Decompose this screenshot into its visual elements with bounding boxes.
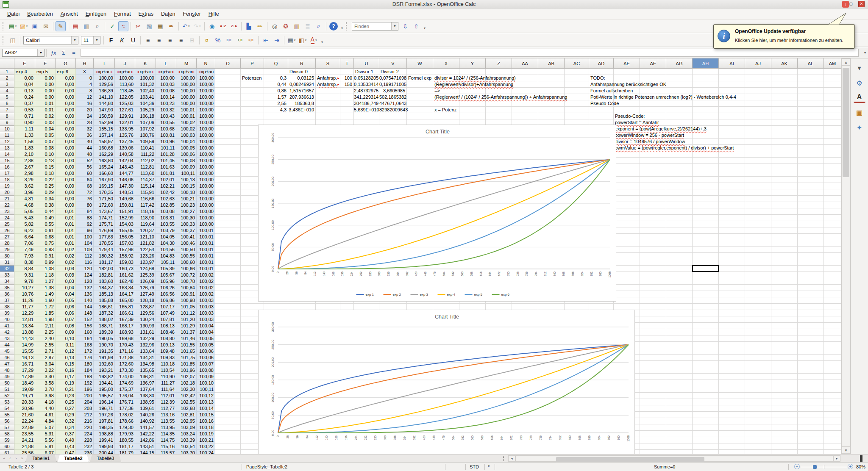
cell[interactable]: [486, 69, 512, 75]
cell[interactable]: 195,57: [94, 393, 115, 399]
cell[interactable]: [640, 189, 666, 196]
cell[interactable]: 24,21: [14, 437, 35, 443]
cell[interactable]: 23,55: [14, 431, 35, 437]
cell[interactable]: 116,66: [135, 196, 156, 202]
cell[interactable]: [771, 355, 798, 361]
cell[interactable]: 103,31: [156, 215, 176, 221]
cell[interactable]: 100,03: [156, 81, 176, 88]
cell[interactable]: [824, 367, 841, 374]
col-header-W[interactable]: W: [407, 58, 433, 69]
cell[interactable]: [340, 94, 354, 100]
cell[interactable]: [215, 361, 241, 367]
cell[interactable]: 25,56: [14, 450, 35, 454]
col-header-AG[interactable]: AG: [666, 58, 693, 69]
cell[interactable]: 40: [76, 139, 94, 145]
cell[interactable]: 100: [76, 234, 94, 240]
col-header-AB[interactable]: AB: [538, 58, 565, 69]
cell[interactable]: 0,00: [14, 75, 35, 81]
sort-ascending-button[interactable]: A↓Z: [218, 21, 228, 31]
cell[interactable]: [614, 202, 640, 208]
align-center-button[interactable]: ≡: [154, 35, 164, 45]
cell[interactable]: 173,67: [94, 208, 115, 215]
row-header[interactable]: 3: [0, 81, 14, 88]
cell[interactable]: [798, 437, 824, 443]
cell[interactable]: [614, 69, 640, 75]
cell[interactable]: 160,68: [94, 145, 115, 151]
currency-format-button[interactable]: ¤: [202, 35, 212, 45]
cell[interactable]: 100,03: [197, 316, 215, 323]
cell[interactable]: [614, 215, 640, 221]
cell[interactable]: 100,01: [197, 234, 215, 240]
cell[interactable]: [666, 208, 693, 215]
cell[interactable]: 1,85: [35, 310, 56, 316]
cell[interactable]: [745, 316, 771, 323]
italic-button[interactable]: K: [117, 35, 127, 45]
cell[interactable]: 118,90: [135, 215, 156, 221]
cell[interactable]: 194,41: [94, 380, 115, 386]
chart-2[interactable]: Chart Title0,0050,00100,00150,00200,0025…: [258, 310, 635, 454]
cell[interactable]: 128,18: [135, 297, 156, 304]
cell[interactable]: 100,04: [197, 323, 215, 329]
cell[interactable]: [771, 399, 798, 405]
cell[interactable]: 100,13: [197, 399, 215, 405]
cell[interactable]: 102,18: [176, 380, 197, 386]
cell[interactable]: [614, 266, 640, 272]
cell[interactable]: [693, 380, 719, 386]
cell[interactable]: 106,86: [156, 297, 176, 304]
cell[interactable]: 3,58: [35, 380, 56, 386]
cell[interactable]: 20: [76, 107, 94, 113]
cell[interactable]: [745, 437, 771, 443]
row-header[interactable]: 31: [0, 259, 14, 266]
col-header-E[interactable]: E: [14, 58, 35, 69]
font-color-button[interactable]: A▾: [309, 35, 319, 45]
cell[interactable]: [666, 151, 693, 158]
cell[interactable]: 1,33: [14, 132, 35, 139]
cell[interactable]: 198,35: [94, 424, 115, 431]
cell[interactable]: 111,27: [156, 380, 176, 386]
cell[interactable]: [666, 69, 693, 75]
cell[interactable]: [824, 386, 841, 393]
cell[interactable]: [719, 393, 745, 399]
cell[interactable]: [241, 304, 264, 310]
cell[interactable]: 0,23: [56, 393, 76, 399]
cell[interactable]: [666, 342, 693, 348]
cell[interactable]: 109,59: [135, 139, 156, 145]
cell[interactable]: 0,10: [56, 335, 76, 342]
cell[interactable]: 3,04: [35, 361, 56, 367]
col-header-AM[interactable]: AM: [824, 58, 841, 69]
cell[interactable]: 124,68: [135, 266, 156, 272]
cell[interactable]: [745, 253, 771, 259]
cell[interactable]: 192,60: [94, 361, 115, 367]
cell[interactable]: [824, 272, 841, 278]
cell[interactable]: [666, 329, 693, 335]
cell[interactable]: [486, 304, 512, 310]
cell[interactable]: 122,05: [115, 94, 135, 100]
cell[interactable]: 0,06: [56, 310, 76, 316]
cell[interactable]: 64: [76, 177, 94, 183]
cell[interactable]: 152: [76, 316, 94, 323]
cell[interactable]: [824, 335, 841, 342]
cell[interactable]: 100,18: [176, 189, 197, 196]
cell[interactable]: [798, 247, 824, 253]
next-sheet-icon[interactable]: ›: [13, 455, 19, 462]
navigator-icon[interactable]: ✦: [854, 122, 865, 133]
cell[interactable]: [640, 202, 666, 208]
cell[interactable]: 1,49: [35, 291, 56, 297]
cell[interactable]: [666, 164, 693, 170]
cell[interactable]: 184,37: [94, 285, 115, 291]
cell[interactable]: [640, 412, 666, 418]
cell[interactable]: 102,42: [176, 393, 197, 399]
cell[interactable]: 21,60: [14, 412, 35, 418]
cell[interactable]: [215, 304, 241, 310]
cell[interactable]: 100,15: [176, 183, 197, 189]
cell[interactable]: [771, 202, 798, 208]
menu-ansicht[interactable]: Ansicht: [57, 9, 82, 19]
cell[interactable]: 104: [76, 240, 94, 247]
cell[interactable]: [215, 272, 241, 278]
cell[interactable]: [771, 189, 798, 196]
cell[interactable]: 118,45: [115, 88, 135, 94]
cell[interactable]: 150,59: [94, 113, 115, 119]
cell[interactable]: 1,08: [35, 266, 56, 272]
col-header-Y[interactable]: Y: [459, 58, 486, 69]
row-header[interactable]: 34: [0, 278, 14, 285]
